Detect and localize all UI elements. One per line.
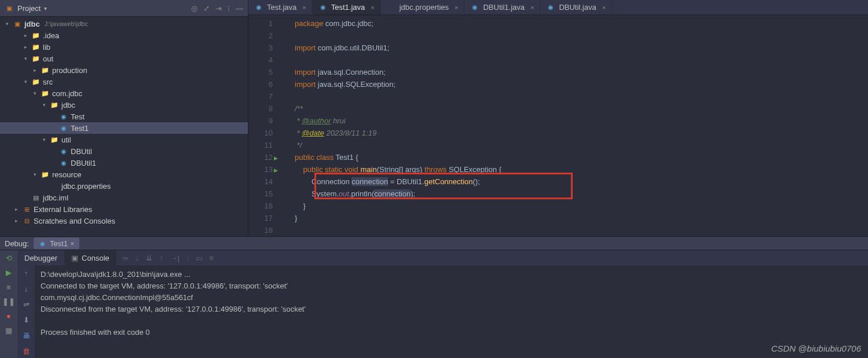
editor-tab[interactable]: ◉DBUtil.java× (540, 0, 612, 14)
tree-item[interactable]: ▾📁resource (0, 169, 248, 180)
tree-item[interactable]: ▸📁production (0, 64, 248, 76)
console-output[interactable]: D:\develop\Java\jdk1.8.0_201\bin\java.ex… (35, 265, 868, 358)
tree-item[interactable]: ▸📁lib (0, 41, 248, 53)
tree-item[interactable]: ◉Test1 (0, 122, 248, 134)
tree-item[interactable]: ▾📁util (0, 134, 248, 145)
evaluate-icon[interactable]: ▭ (196, 254, 203, 262)
trace-icon[interactable]: ≡ (210, 254, 214, 262)
tree-item[interactable]: ◉Test (0, 111, 248, 122)
debug-sidebar: ⟲ ▶ ■ ❚❚ ● ▦ (0, 250, 17, 358)
debug-title: Debug: (5, 239, 29, 248)
close-icon[interactable]: × (371, 4, 374, 11)
close-icon[interactable]: × (602, 4, 606, 11)
down-icon[interactable]: ↓ (24, 284, 28, 293)
collapse-icon[interactable]: ⇥ (215, 4, 222, 13)
tree-item[interactable]: ▸⊟Scratches and Consoles (0, 215, 248, 227)
sidebar-header: ▣ Project ▾ ◎ ⤢ ⇥ ⁝ — (0, 0, 248, 17)
clear-icon[interactable]: 🗑 (23, 347, 30, 356)
step-over-icon[interactable]: ⤼ (122, 254, 129, 262)
debug-bar: Debug: ◉ Test1 × (0, 236, 868, 250)
console-side-tools: ↑ ↓ ⇌ ⬇ 🖶 🗑 (17, 265, 35, 358)
force-step-icon[interactable]: ⇊ (146, 254, 152, 262)
debug-config-tab[interactable]: ◉ Test1 × (34, 238, 79, 249)
run-gutter-icon[interactable]: ▶ (274, 155, 278, 161)
run-gutter-icon[interactable]: ▶ (274, 167, 278, 173)
tree-root[interactable]: ▾▣ jdbc J:\javaweb\jdbc (0, 18, 248, 30)
editor-tab[interactable]: jdbc.properties× (381, 0, 465, 14)
code-area[interactable]: 123456789101112131415161718 ▶ ▶ package … (248, 15, 868, 236)
project-sidebar: ▣ Project ▾ ◎ ⤢ ⇥ ⁝ — ▾▣ jdbc J:\javaweb… (0, 0, 248, 236)
tree-item[interactable]: ▸⊞External Libraries (0, 203, 248, 215)
layout-icon[interactable]: ▦ (5, 326, 12, 335)
step-into-icon[interactable]: ↓ (135, 254, 140, 262)
tree-item[interactable]: ▾📁src (0, 76, 248, 87)
close-icon[interactable]: × (70, 239, 75, 248)
view-breakpoints-icon[interactable]: ● (6, 312, 11, 320)
console-tabs: Debugger ▣Console ⤼ ↓ ⇊ ↑ →| | ▭ ≡ (17, 250, 868, 265)
tree-item[interactable]: ▾📁jdbc (0, 99, 248, 111)
print-icon[interactable]: 🖶 (23, 331, 30, 340)
watermark: CSDN @biubiubiu0706 (771, 344, 861, 353)
tree-item[interactable]: ◉DBUtil (0, 145, 248, 157)
expand-icon[interactable]: ⤢ (203, 4, 210, 13)
tree-item[interactable]: ▾📁com.jdbc (0, 87, 248, 99)
tree-item[interactable]: ▤jdbc.iml (0, 192, 248, 203)
resume-icon[interactable]: ▶ (6, 268, 12, 277)
pause-icon[interactable]: ❚❚ (2, 297, 15, 306)
soft-wrap-icon[interactable]: ⇌ (23, 300, 30, 309)
project-tree[interactable]: ▾▣ jdbc J:\javaweb\jdbc ▸📁.idea▸📁lib▾📁ou… (0, 17, 248, 236)
console-tab[interactable]: ▣Console (64, 250, 116, 265)
scroll-end-icon[interactable]: ⬇ (23, 316, 30, 324)
step-out-icon[interactable]: ↑ (159, 254, 163, 262)
editor-tab[interactable]: ◉Test1.java× (313, 0, 381, 14)
editor-tab[interactable]: ◉DBUtil1.java× (464, 0, 540, 14)
tree-item[interactable]: jdbc.properties (0, 180, 248, 192)
tree-item[interactable]: ▸📁.idea (0, 30, 248, 41)
debugger-tab[interactable]: Debugger (17, 250, 64, 265)
tree-item[interactable]: ◉DBUtil1 (0, 157, 248, 169)
editor-tabs: ◉Test.java×◉Test1.java×jdbc.properties×◉… (248, 0, 868, 15)
rerun-icon[interactable]: ⟲ (6, 254, 12, 262)
up-icon[interactable]: ↑ (24, 269, 28, 277)
close-icon[interactable]: × (302, 4, 306, 11)
hide-icon[interactable]: — (236, 4, 243, 13)
code-content[interactable]: package com.jdbc.jdbc; import com.jdbc.u… (283, 15, 501, 236)
chevron-down-icon[interactable]: ▾ (44, 5, 47, 12)
tree-item[interactable]: ▾📁out (0, 53, 248, 64)
close-icon[interactable]: × (455, 4, 458, 11)
stop-icon[interactable]: ■ (6, 283, 11, 291)
run-to-cursor-icon[interactable]: →| (170, 254, 180, 262)
sidebar-title: Project (17, 4, 41, 13)
project-icon: ▣ (5, 3, 14, 13)
editor-pane: ◉Test.java×◉Test1.java×jdbc.properties×◉… (248, 0, 868, 236)
editor-tab[interactable]: ◉Test.java× (248, 0, 313, 14)
target-icon[interactable]: ◎ (191, 4, 197, 13)
settings-icon[interactable]: ⁝ (228, 4, 230, 13)
close-icon[interactable]: × (530, 4, 534, 11)
